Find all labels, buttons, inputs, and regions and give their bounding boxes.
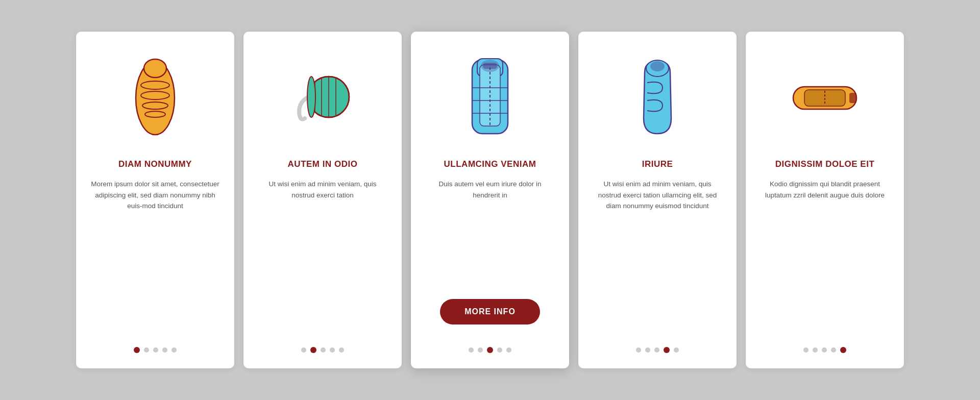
dot — [330, 347, 335, 353]
more-info-button[interactable]: MORE INFO — [440, 299, 540, 324]
card-1-title: DIAM NONUMMY — [118, 159, 192, 169]
dot — [831, 347, 836, 353]
dot-active — [664, 347, 670, 353]
card-3-dots — [469, 347, 511, 353]
card-4: IRIURE Ut wisi enim ad minim veniam, qui… — [578, 32, 737, 368]
card-2-title: AUTEM IN ODIO — [288, 159, 358, 169]
dot — [813, 347, 818, 353]
card-3-title: ULLAMCING VENIAM — [444, 159, 536, 169]
card-4-text: Ut wisi enim ad minim veniam, quis nostr… — [593, 179, 722, 335]
dot — [321, 347, 326, 353]
card-2-dots — [301, 347, 344, 353]
card-5-icon — [792, 52, 858, 144]
card-2-text: Ut wisi enim ad minim veniam, quis nostr… — [258, 179, 387, 335]
dot — [339, 347, 344, 353]
dot — [478, 347, 483, 353]
card-5-text: Kodio dignissim qui blandit praesent lup… — [760, 179, 890, 335]
dot — [469, 347, 474, 353]
dot — [153, 347, 158, 353]
dot — [301, 347, 306, 353]
dot — [645, 347, 650, 353]
card-3-icon — [457, 52, 523, 144]
card-2-icon — [289, 52, 356, 144]
dot-active — [487, 347, 493, 353]
card-4-title: IRIURE — [642, 159, 673, 169]
card-4-icon — [624, 52, 691, 144]
card-1-text: Morem ipsum dolor sit amet, consectetuer… — [90, 179, 220, 335]
dot-active — [134, 347, 140, 353]
card-1-icon — [122, 52, 188, 144]
svg-point-12 — [307, 77, 315, 117]
dot-active — [840, 347, 846, 353]
dot-active — [310, 347, 316, 353]
card-3-text: Duis autem vel eum iriure dolor in hendr… — [425, 179, 555, 289]
card-5-dots — [803, 347, 846, 353]
dot — [654, 347, 659, 353]
svg-point-23 — [650, 61, 665, 71]
card-4-dots — [636, 347, 679, 353]
svg-rect-27 — [849, 93, 856, 103]
cards-container: DIAM NONUMMY Morem ipsum dolor sit amet,… — [45, 11, 935, 389]
dot — [144, 347, 149, 353]
card-1: DIAM NONUMMY Morem ipsum dolor sit amet,… — [76, 32, 234, 368]
card-3: ULLAMCING VENIAM Duis autem vel eum iriu… — [411, 32, 569, 368]
dot — [636, 347, 641, 353]
dot — [506, 347, 511, 353]
svg-point-5 — [144, 59, 166, 78]
dot — [172, 347, 177, 353]
card-1-dots — [134, 347, 177, 353]
dot — [162, 347, 167, 353]
dot — [497, 347, 502, 353]
card-5: DIGNISSIM DOLOE EIT Kodio dignissim qui … — [746, 32, 904, 368]
dot — [822, 347, 827, 353]
svg-rect-21 — [483, 63, 497, 69]
dot — [674, 347, 679, 353]
dot — [803, 347, 808, 353]
card-5-title: DIGNISSIM DOLOE EIT — [775, 159, 875, 169]
card-2: AUTEM IN ODIO Ut wisi enim ad minim veni… — [243, 32, 402, 368]
